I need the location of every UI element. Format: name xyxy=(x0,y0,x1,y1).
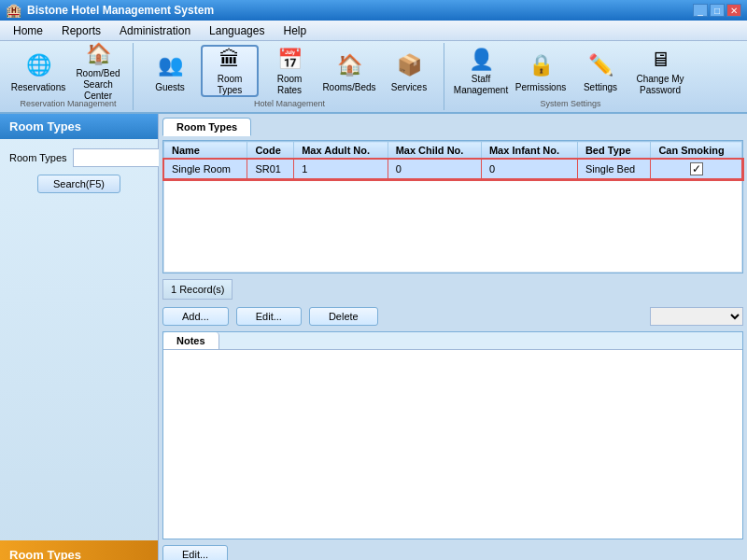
bottom-buttons-row: Edit... xyxy=(162,543,743,560)
guests-icon: 👥 xyxy=(155,50,185,80)
room-types-icon: 🏛 xyxy=(215,48,245,72)
col-can-smoking: Can Smoking xyxy=(651,142,742,160)
staff-management-button[interactable]: 👤 StaffManagement xyxy=(452,45,510,97)
room-types-field-label: Room Types xyxy=(9,152,67,163)
cell-bed-type: Single Bed xyxy=(577,160,650,179)
notes-section: Notes xyxy=(162,331,743,539)
smoking-checkbox: ✓ xyxy=(690,162,703,175)
maximize-button[interactable]: □ xyxy=(710,4,725,17)
settings-button[interactable]: ✏️ Settings xyxy=(571,45,629,97)
room-types-field-row: Room Types xyxy=(9,148,148,167)
menu-administration[interactable]: Administration xyxy=(110,22,200,39)
buttons-row: Add... Edit... Delete xyxy=(162,305,743,328)
rooms-beds-button[interactable]: 🏠 Rooms/Beds xyxy=(320,45,378,97)
room-bed-search-button[interactable]: 🏠 Room/BedSearch Center xyxy=(69,45,127,97)
room-rates-icon: 📅 xyxy=(275,48,304,72)
col-name: Name xyxy=(164,142,247,160)
rooms-beds-label: Rooms/Beds xyxy=(322,82,375,93)
reservations-label: Reservations xyxy=(11,82,65,93)
permissions-icon: 🔒 xyxy=(526,50,556,80)
col-code: Code xyxy=(247,142,294,160)
edit-top-button[interactable]: Edit... xyxy=(236,307,302,326)
cell-can-smoking: ✓ xyxy=(651,160,742,179)
cell-max-infant: 0 xyxy=(481,160,577,179)
menu-bar: Home Reports Administration Languages He… xyxy=(0,21,747,41)
title-bar-buttons: _ □ ✕ xyxy=(693,4,741,17)
cell-name: Single Room xyxy=(164,160,247,179)
permissions-button[interactable]: 🔒 Permissions xyxy=(512,45,570,97)
services-button[interactable]: 📦 Services xyxy=(380,45,438,97)
app-title: Bistone Hotel Management System xyxy=(27,4,687,17)
cell-max-adult: 1 xyxy=(294,160,388,179)
reservations-icon: 🌐 xyxy=(23,50,53,80)
col-max-adult: Max Adult No. xyxy=(294,142,388,160)
close-button[interactable]: ✕ xyxy=(726,4,741,17)
table-row[interactable]: Single Room SR01 1 0 0 Single Bed ✓ xyxy=(164,160,742,179)
room-rates-label: RoomRates xyxy=(277,74,303,96)
menu-reports[interactable]: Reports xyxy=(52,22,110,39)
dropdown-select[interactable] xyxy=(650,307,743,326)
minimize-button[interactable]: _ xyxy=(693,4,708,17)
guests-label: Guests xyxy=(155,82,185,93)
sidebar-bottom-label: Room Types xyxy=(0,540,158,560)
room-bed-search-label: Room/BedSearch Center xyxy=(72,68,124,102)
notes-tab-bar: Notes xyxy=(163,332,742,350)
tab-bar: Room Types xyxy=(162,118,743,136)
add-button[interactable]: Add... xyxy=(162,307,229,326)
toolbar-section-hotel: 👥 Guests 🏛 RoomTypes 📅 RoomRates 🏠 Rooms… xyxy=(135,43,444,110)
room-bed-search-icon: 🏠 xyxy=(83,42,113,66)
settings-label: Settings xyxy=(584,82,617,93)
table-container: Name Code Max Adult No. Max Child No. Ma… xyxy=(162,140,743,273)
menu-home[interactable]: Home xyxy=(4,22,52,39)
system-section-label: System Settings xyxy=(540,99,600,108)
change-password-icon: 🖥 xyxy=(645,48,675,72)
hotel-buttons: 👥 Guests 🏛 RoomTypes 📅 RoomRates 🏠 Rooms… xyxy=(141,45,438,97)
toolbar: 🌐 Reservations 🏠 Room/BedSearch Center R… xyxy=(0,41,747,114)
settings-icon: ✏️ xyxy=(585,50,615,80)
toolbar-section-reservation: 🌐 Reservations 🏠 Room/BedSearch Center R… xyxy=(4,43,134,110)
cell-max-child: 0 xyxy=(388,160,481,179)
reservation-section-label: Reservation Management xyxy=(20,99,116,108)
system-buttons: 👤 StaffManagement 🔒 Permissions ✏️ Setti… xyxy=(452,45,689,97)
rooms-beds-icon: 🏠 xyxy=(334,50,364,80)
tab-room-types[interactable]: Room Types xyxy=(162,118,251,136)
actions-row: 1 Record(s) xyxy=(162,277,743,301)
staff-management-icon: 👤 xyxy=(466,48,496,72)
title-bar: 🏨 Bistone Hotel Management System _ □ ✕ xyxy=(0,0,747,21)
menu-help[interactable]: Help xyxy=(274,22,316,39)
sidebar-title: Room Types xyxy=(0,114,158,139)
cell-code: SR01 xyxy=(247,160,294,179)
edit-bottom-button[interactable]: Edit... xyxy=(162,545,228,560)
guests-button[interactable]: 👥 Guests xyxy=(141,45,199,97)
change-password-label: Change MyPassword xyxy=(636,74,684,96)
reservations-button[interactable]: 🌐 Reservations xyxy=(9,45,67,97)
col-bed-type: Bed Type xyxy=(577,142,650,160)
room-types-label: RoomTypes xyxy=(218,74,243,96)
dropdown-area xyxy=(386,307,743,326)
reservation-buttons: 🌐 Reservations 🏠 Room/BedSearch Center xyxy=(9,45,127,97)
notes-tab[interactable]: Notes xyxy=(163,332,219,349)
app-icon: 🏨 xyxy=(6,3,21,18)
sidebar-content: Room Types Search(F5) xyxy=(0,139,158,540)
toolbar-section-system: 👤 StaffManagement 🔒 Permissions ✏️ Setti… xyxy=(446,43,695,110)
change-password-button[interactable]: 🖥 Change MyPassword xyxy=(631,45,689,97)
staff-management-label: StaffManagement xyxy=(454,74,508,96)
main-area: Room Types Room Types Search(F5) Room Ty… xyxy=(0,114,747,560)
room-types-button[interactable]: 🏛 RoomTypes xyxy=(201,45,259,97)
search-button[interactable]: Search(F5) xyxy=(37,175,120,193)
room-types-table: Name Code Max Adult No. Max Child No. Ma… xyxy=(163,141,742,273)
services-icon: 📦 xyxy=(394,50,424,80)
hotel-section-label: Hotel Management xyxy=(254,99,325,108)
col-max-infant: Max Infant No. xyxy=(481,142,577,160)
col-max-child: Max Child No. xyxy=(388,142,481,160)
services-label: Services xyxy=(391,82,427,93)
delete-button[interactable]: Delete xyxy=(309,307,378,326)
notes-textarea[interactable] xyxy=(163,350,742,539)
permissions-label: Permissions xyxy=(515,82,566,93)
room-rates-button[interactable]: 📅 RoomRates xyxy=(261,45,318,97)
content-area: Room Types Name Code Max Adult No. Max C… xyxy=(159,114,747,560)
sidebar: Room Types Room Types Search(F5) Room Ty… xyxy=(0,114,159,560)
record-count: 1 Record(s) xyxy=(162,279,233,300)
menu-languages[interactable]: Languages xyxy=(200,22,274,39)
